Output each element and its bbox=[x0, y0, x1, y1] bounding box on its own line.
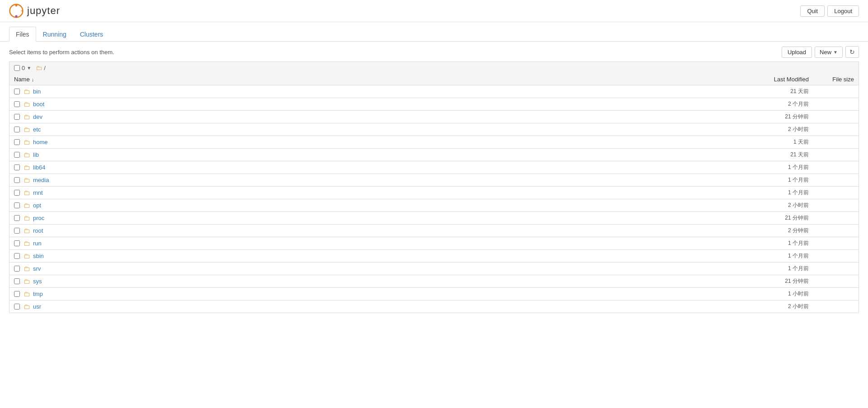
file-checkbox-1[interactable] bbox=[14, 101, 20, 107]
file-checkbox-7[interactable] bbox=[14, 177, 20, 183]
file-checkbox-16[interactable] bbox=[14, 291, 20, 297]
folder-icon: 🗀 bbox=[24, 151, 30, 159]
file-link-14[interactable]: srv bbox=[33, 265, 41, 272]
file-modified-2: 21 分钟前 bbox=[727, 113, 809, 121]
list-item: 🗀 opt 2 小时前 bbox=[9, 199, 859, 212]
file-name-cell: 🗀 lib bbox=[24, 151, 727, 159]
file-link-13[interactable]: sbin bbox=[33, 253, 44, 259]
file-link-16[interactable]: tmp bbox=[33, 291, 43, 297]
folder-icon: 🗀 bbox=[24, 252, 30, 260]
file-modified-15: 21 分钟前 bbox=[727, 277, 809, 285]
file-list: 🗀 bin 21 天前 🗀 boot 2 个月前 🗀 dev 21 分钟前 bbox=[9, 85, 859, 313]
list-item: 🗀 srv 1 个月前 bbox=[9, 263, 859, 275]
file-name-cell: 🗀 media bbox=[24, 176, 727, 184]
file-modified-3: 2 小时前 bbox=[727, 126, 809, 133]
file-link-15[interactable]: sys bbox=[33, 278, 42, 285]
file-modified-16: 1 小时前 bbox=[727, 290, 809, 298]
quit-button[interactable]: Quit bbox=[800, 5, 825, 17]
file-checkbox-4[interactable] bbox=[14, 139, 20, 145]
folder-icon: 🗀 bbox=[24, 126, 30, 133]
new-button[interactable]: New ▼ bbox=[815, 47, 843, 58]
file-link-9[interactable]: opt bbox=[33, 202, 41, 209]
folder-icon: 🗀 bbox=[24, 303, 30, 310]
file-checkbox-5[interactable] bbox=[14, 152, 20, 158]
logout-button[interactable]: Logout bbox=[827, 5, 859, 17]
folder-icon: 🗀 bbox=[24, 164, 30, 171]
header: jupyter Quit Logout bbox=[0, 0, 868, 22]
file-modified-17: 2 小时前 bbox=[727, 303, 809, 310]
file-checkbox-11[interactable] bbox=[14, 228, 20, 234]
toolbar-row: Select items to perform actions on them.… bbox=[9, 46, 859, 58]
file-name-cell: 🗀 proc bbox=[24, 214, 727, 222]
file-modified-8: 1 个月前 bbox=[727, 189, 809, 197]
file-link-8[interactable]: mnt bbox=[33, 189, 43, 196]
folder-icon: 🗀 bbox=[24, 239, 30, 247]
col-name-label: Name bbox=[14, 76, 30, 83]
select-all-checkbox[interactable] bbox=[14, 65, 20, 71]
file-checkbox-13[interactable] bbox=[14, 253, 20, 259]
app-title: jupyter bbox=[27, 5, 60, 17]
file-checkbox-17[interactable] bbox=[14, 304, 20, 310]
tab-running[interactable]: Running bbox=[36, 27, 73, 42]
file-link-5[interactable]: lib bbox=[33, 151, 39, 158]
list-item: 🗀 dev 21 分钟前 bbox=[9, 111, 859, 123]
file-checkbox-2[interactable] bbox=[14, 114, 20, 120]
list-item: 🗀 bin 21 天前 bbox=[9, 85, 859, 98]
path-folder-icon: 🗀 bbox=[36, 64, 42, 71]
path-area: 🗀 / bbox=[36, 64, 46, 71]
file-checkbox-12[interactable] bbox=[14, 240, 20, 246]
list-item: 🗀 usr 2 小时前 bbox=[9, 300, 859, 313]
file-checkbox-6[interactable] bbox=[14, 164, 20, 170]
file-link-10[interactable]: proc bbox=[33, 215, 44, 221]
col-size-header[interactable]: File size bbox=[809, 76, 854, 83]
file-link-11[interactable]: root bbox=[33, 227, 43, 234]
folder-icon: 🗀 bbox=[24, 290, 30, 298]
file-link-0[interactable]: bin bbox=[33, 88, 41, 95]
file-link-1[interactable]: boot bbox=[33, 101, 44, 108]
file-checkbox-8[interactable] bbox=[14, 190, 20, 196]
file-name-cell: 🗀 srv bbox=[24, 265, 727, 272]
file-name-cell: 🗀 tmp bbox=[24, 290, 727, 298]
file-name-cell: 🗀 usr bbox=[24, 303, 727, 310]
file-link-3[interactable]: etc bbox=[33, 126, 41, 133]
file-link-2[interactable]: dev bbox=[33, 113, 42, 120]
tab-clusters[interactable]: Clusters bbox=[73, 27, 110, 42]
svg-point-1 bbox=[15, 4, 17, 6]
file-link-17[interactable]: usr bbox=[33, 303, 41, 310]
file-link-6[interactable]: lib64 bbox=[33, 164, 45, 171]
new-dropdown-arrow: ▼ bbox=[833, 50, 838, 55]
folder-icon: 🗀 bbox=[24, 138, 30, 146]
file-checkbox-9[interactable] bbox=[14, 202, 20, 208]
dropdown-count-arrow[interactable]: ▼ bbox=[27, 66, 31, 70]
list-item: 🗀 boot 2 个月前 bbox=[9, 98, 859, 111]
file-modified-6: 1 个月前 bbox=[727, 164, 809, 171]
file-name-cell: 🗀 mnt bbox=[24, 189, 727, 197]
refresh-button[interactable]: ↻ bbox=[845, 46, 859, 58]
new-button-label: New bbox=[820, 49, 831, 56]
table-header-path-row: 0 ▼ 🗀 / bbox=[9, 61, 859, 74]
file-checkbox-3[interactable] bbox=[14, 127, 20, 132]
col-modified-header[interactable]: Last Modified bbox=[727, 76, 809, 83]
file-link-12[interactable]: run bbox=[33, 240, 42, 247]
toolbar-actions: Upload New ▼ ↻ bbox=[782, 46, 859, 58]
toolbar-info: Select items to perform actions on them. bbox=[9, 49, 114, 56]
file-name-cell: 🗀 root bbox=[24, 227, 727, 234]
file-name-cell: 🗀 sys bbox=[24, 277, 727, 285]
file-name-cell: 🗀 etc bbox=[24, 126, 727, 133]
file-checkbox-0[interactable] bbox=[14, 89, 20, 94]
file-link-4[interactable]: home bbox=[33, 139, 48, 145]
list-item: 🗀 run 1 个月前 bbox=[9, 237, 859, 250]
select-count: 0 bbox=[22, 65, 25, 71]
folder-icon: 🗀 bbox=[24, 265, 30, 272]
upload-button[interactable]: Upload bbox=[782, 47, 812, 58]
file-checkbox-14[interactable] bbox=[14, 266, 20, 272]
file-checkbox-10[interactable] bbox=[14, 215, 20, 221]
list-item: 🗀 home 1 天前 bbox=[9, 136, 859, 149]
folder-icon: 🗀 bbox=[24, 189, 30, 197]
file-link-7[interactable]: media bbox=[33, 177, 49, 183]
file-checkbox-15[interactable] bbox=[14, 278, 20, 284]
tab-files[interactable]: Files bbox=[9, 27, 36, 42]
col-name-header[interactable]: Name ↓ bbox=[14, 76, 727, 83]
file-modified-7: 1 个月前 bbox=[727, 176, 809, 184]
svg-point-3 bbox=[21, 10, 23, 12]
